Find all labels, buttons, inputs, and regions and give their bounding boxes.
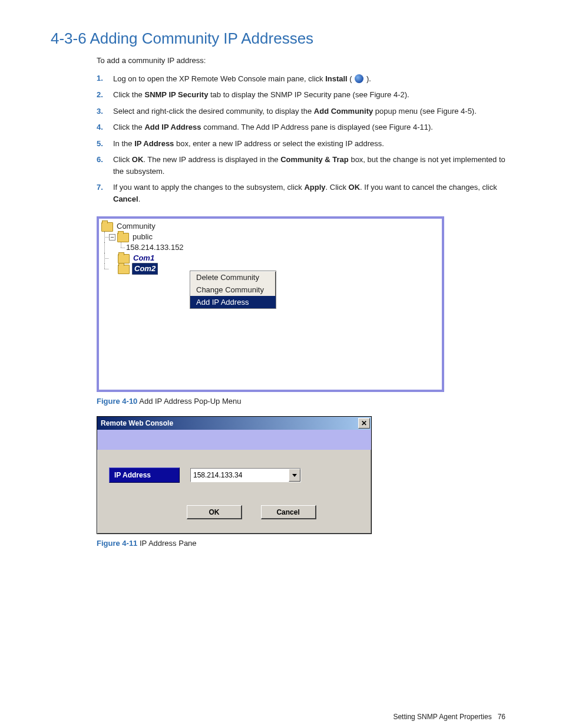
step-2: Click the SNMP IP Security tab to displa…: [97, 89, 511, 106]
dialog-titlebar: Remote Web Console ✕: [97, 417, 371, 430]
tree-node-community[interactable]: Community: [100, 221, 441, 232]
intro-text: To add a community IP address:: [97, 55, 511, 67]
ok-button[interactable]: OK: [187, 505, 242, 519]
menu-add-ip-address[interactable]: Add IP Address: [190, 296, 276, 308]
cancel-button[interactable]: Cancel: [261, 505, 316, 519]
ip-address-combobox[interactable]: [190, 468, 301, 482]
folder-icon: [117, 233, 129, 242]
dialog-title: Remote Web Console: [101, 419, 173, 427]
figure-4-10-caption: Figure 4-10 Add IP Address Pop-Up Menu: [97, 397, 511, 406]
tree-node-ip[interactable]: 158.214.133.152: [100, 242, 441, 253]
step-5: In the IP Address box, enter a new IP ad…: [97, 138, 511, 154]
folder-icon: [101, 222, 113, 232]
install-globe-icon: [355, 74, 363, 83]
step-3: Select and right-click the desired commu…: [97, 106, 511, 122]
steps-list: Log on to open the XP Remote Web Console…: [97, 73, 511, 210]
step-4: Click the Add IP Address command. The Ad…: [97, 121, 511, 138]
dropdown-button[interactable]: [289, 469, 300, 482]
folder-icon: [118, 265, 130, 274]
figure-4-11: Remote Web Console ✕ IP Address OK Cance…: [97, 416, 511, 534]
figure-4-11-caption: Figure 4-11 IP Address Pane: [97, 539, 511, 548]
folder-icon: [118, 254, 130, 263]
step-1: Log on to open the XP Remote Web Console…: [97, 73, 511, 90]
tree-node-public[interactable]: − public: [100, 232, 441, 242]
figure-4-10: Community − public 158.214.133.152 Com1 …: [97, 216, 511, 392]
context-menu: Delete Community Change Community Add IP…: [190, 271, 276, 309]
menu-change-community[interactable]: Change Community: [190, 284, 276, 296]
section-heading: 4-3-6 Adding Community IP Addresses: [51, 29, 511, 48]
step-6: Click OK. The new IP address is displaye…: [97, 154, 511, 182]
ip-address-label: IP Address: [109, 467, 180, 483]
community-tree-panel: Community − public 158.214.133.152 Com1 …: [97, 216, 444, 392]
close-icon[interactable]: ✕: [358, 418, 370, 429]
step-7: If you want to apply the changes to the …: [97, 182, 511, 209]
collapse-icon[interactable]: −: [109, 234, 115, 241]
ip-address-input[interactable]: [191, 469, 289, 482]
page-footer: Setting SNMP Agent Properties 76: [51, 713, 511, 721]
chevron-down-icon: [292, 474, 297, 477]
ip-address-dialog: Remote Web Console ✕ IP Address OK Cance…: [97, 416, 372, 534]
tree-node-com1[interactable]: Com1: [100, 253, 441, 263]
menu-delete-community[interactable]: Delete Community: [190, 271, 276, 284]
